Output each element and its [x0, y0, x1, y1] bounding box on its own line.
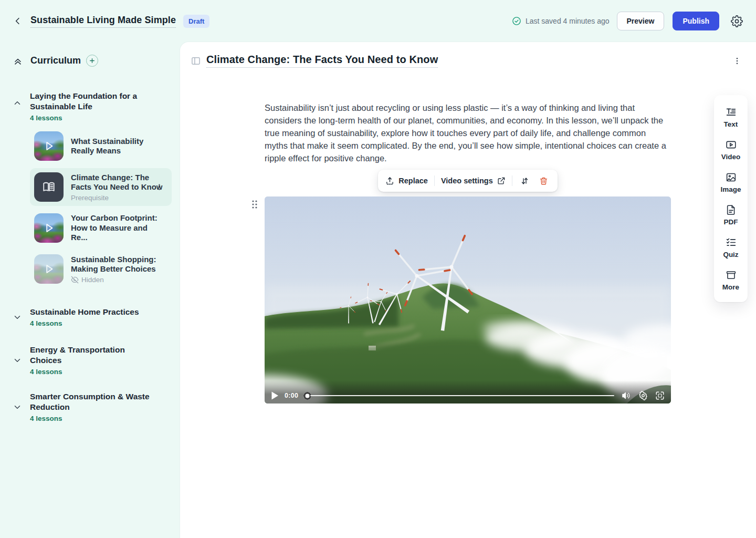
section-header[interactable]: Laying the Foundation for a Sustainable …: [8, 91, 172, 122]
section-lesson-count: 4 lessons: [30, 368, 156, 376]
player-settings-icon[interactable]: [638, 391, 648, 400]
volume-icon[interactable]: [622, 391, 631, 400]
text-icon: [726, 107, 737, 118]
upload-icon: [385, 177, 394, 185]
video-block-toolbar: Replace Video settings: [378, 170, 557, 192]
video-current-time: 0:00: [285, 392, 298, 399]
quiz-icon: [726, 237, 737, 248]
section-title: Sustainable Home Practices: [30, 307, 139, 317]
curriculum-sidebar: Curriculum Laying the Foundation for a S…: [0, 42, 180, 538]
external-link-icon: [497, 177, 506, 185]
toolbar-divider: [512, 175, 512, 186]
lesson-thumbnail: [34, 254, 64, 284]
lesson-thumbnail: [34, 131, 64, 161]
curriculum-section: Smarter Consumption & Waste Reduction 4 …: [8, 391, 172, 422]
chevron-down-icon[interactable]: [13, 402, 22, 412]
move-block-icon[interactable]: [519, 174, 531, 187]
status-badge: Draft: [183, 15, 209, 28]
lesson-thumbnail-reading: [34, 172, 64, 202]
delete-block-icon[interactable]: [538, 174, 550, 187]
last-saved-text: Last saved 4 minutes ago: [526, 17, 610, 25]
progress-track[interactable]: [310, 395, 614, 397]
more-archive-icon: [726, 270, 737, 281]
last-saved-indicator: Last saved 4 minutes ago: [512, 16, 610, 26]
section-title: Smarter Consumption & Waste Reduction: [30, 391, 156, 412]
section-title: Laying the Foundation for a Sustainable …: [30, 91, 156, 112]
tool-label: More: [722, 283, 739, 291]
curriculum-section: Sustainable Home Practices 4 lessons: [8, 307, 172, 327]
more-blocks-button[interactable]: More: [714, 264, 748, 297]
video-player[interactable]: 0:00: [265, 196, 671, 404]
play-icon: [34, 254, 64, 284]
preview-button[interactable]: Preview: [617, 12, 665, 30]
lesson-page-title[interactable]: Climate Change: The Facts You Need to Kn…: [206, 54, 438, 68]
section-lesson-count: 4 lessons: [30, 415, 156, 422]
lesson-item-selected[interactable]: Climate Change: The Facts You Need to Kn…: [30, 168, 172, 206]
tool-label: Quiz: [723, 251, 738, 258]
play-button[interactable]: [271, 391, 279, 400]
lesson-list: What Sustainability Really Means Climate…: [30, 127, 172, 288]
section-title: Energy & Transportation Choices: [30, 345, 156, 366]
section-header[interactable]: Smarter Consumption & Waste Reduction 4 …: [8, 391, 172, 422]
lesson-title: What Sustainability Really Means: [71, 137, 158, 156]
section-lesson-count: 4 lessons: [30, 319, 139, 327]
add-text-block-button[interactable]: Text: [714, 101, 748, 134]
video-progress-bar[interactable]: [303, 392, 614, 400]
image-icon: [726, 172, 737, 183]
curriculum-section: Energy & Transportation Choices 4 lesson…: [8, 345, 172, 376]
add-section-button[interactable]: [86, 55, 98, 67]
add-pdf-block-button[interactable]: PDF: [714, 199, 748, 232]
curriculum-title: Curriculum: [30, 55, 81, 66]
lesson-title: Sustainable Shopping: Making Better Choi…: [71, 255, 166, 274]
curriculum-header: Curriculum: [8, 51, 172, 70]
lesson-item[interactable]: Your Carbon Footprint: How to Measure an…: [30, 209, 172, 247]
course-title[interactable]: Sustainable Living Made Simple: [30, 15, 176, 28]
video-block: 0:00: [265, 196, 671, 404]
add-image-block-button[interactable]: Image: [714, 167, 748, 199]
chevron-down-icon[interactable]: [13, 356, 22, 365]
toolbar-divider: [434, 175, 435, 186]
settings-gear-icon[interactable]: [730, 14, 743, 28]
tool-label: Video: [721, 153, 741, 161]
lesson-item[interactable]: What Sustainability Really Means: [30, 127, 172, 165]
add-video-block-button[interactable]: Video: [714, 134, 748, 167]
top-bar: Sustainable Living Made Simple Draft Las…: [0, 0, 756, 42]
lesson-options-kebab-icon[interactable]: [733, 57, 741, 65]
lesson-title: Your Carbon Footprint: How to Measure an…: [71, 213, 161, 243]
tool-label: Text: [724, 120, 738, 128]
fullscreen-icon[interactable]: [655, 391, 665, 400]
tool-label: PDF: [724, 218, 738, 226]
replace-button[interactable]: Replace: [385, 177, 428, 185]
collapse-all-icon[interactable]: [13, 56, 23, 66]
check-circle-icon: [512, 16, 521, 26]
lesson-text-block[interactable]: Sustainability isn’t just about recyclin…: [265, 101, 671, 164]
video-icon: [726, 139, 737, 150]
lesson-thumbnail: [34, 213, 64, 243]
lesson-hidden-label: Hidden: [71, 276, 166, 284]
section-header[interactable]: Sustainable Home Practices 4 lessons: [8, 307, 172, 327]
section-header[interactable]: Energy & Transportation Choices 4 lesson…: [8, 345, 172, 376]
lesson-title: Climate Change: The Facts You Need to Kn…: [71, 173, 166, 192]
chevron-up-icon[interactable]: [13, 98, 22, 108]
open-book-icon: [42, 180, 56, 194]
lesson-kebab-menu-icon[interactable]: [155, 183, 163, 191]
eye-off-icon: [71, 276, 79, 284]
lesson-editor-panel: Climate Change: The Facts You Need to Kn…: [180, 42, 756, 538]
publish-button[interactable]: Publish: [673, 12, 719, 30]
play-icon: [34, 131, 64, 161]
chevron-down-icon[interactable]: [13, 313, 22, 322]
video-controls-bar: 0:00: [265, 380, 671, 404]
add-quiz-block-button[interactable]: Quiz: [714, 232, 748, 264]
back-button[interactable]: [12, 15, 24, 27]
section-lesson-count: 4 lessons: [30, 114, 156, 122]
video-poster-windfarm: [265, 196, 671, 404]
curriculum-section: Laying the Foundation for a Sustainable …: [8, 91, 172, 288]
play-icon: [34, 213, 64, 243]
lesson-item-hidden[interactable]: Sustainable Shopping: Making Better Choi…: [30, 250, 172, 288]
sidebar-toggle-icon[interactable]: [191, 56, 201, 66]
tool-label: Image: [720, 185, 741, 193]
pdf-icon: [726, 204, 737, 215]
lesson-subtitle: Prerequisite: [71, 194, 166, 202]
drag-handle-icon[interactable]: [251, 199, 258, 210]
video-settings-button[interactable]: Video settings: [441, 177, 506, 185]
